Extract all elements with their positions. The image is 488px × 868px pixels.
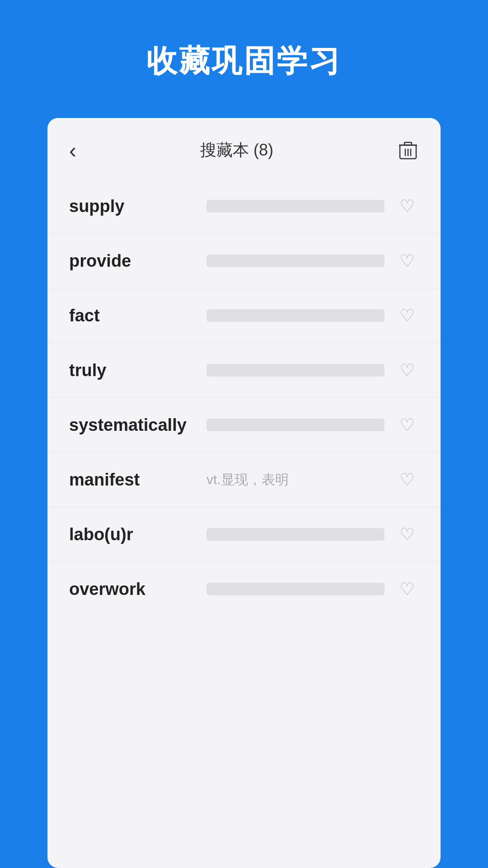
favorite-button[interactable]: ♡ xyxy=(395,413,419,437)
card-header: ‹ 搜藏本 (8) xyxy=(47,118,441,179)
word-definition-bar xyxy=(206,309,385,322)
word-text: fact xyxy=(69,306,196,326)
page-title: 收藏巩固学习 xyxy=(146,41,342,82)
list-item[interactable]: supply ♡ xyxy=(47,179,441,234)
favorite-button[interactable]: ♡ xyxy=(395,468,419,491)
heart-icon: ♡ xyxy=(399,579,415,599)
heart-icon: ♡ xyxy=(399,415,415,435)
word-text: overwork xyxy=(69,580,196,599)
list-item[interactable]: truly ♡ xyxy=(47,343,441,398)
word-definition-bar xyxy=(206,583,385,595)
list-item[interactable]: provide ♡ xyxy=(47,234,441,288)
word-text: systematically xyxy=(69,415,196,435)
word-definition-text: vt.显现，表明 xyxy=(206,471,385,489)
word-text: supply xyxy=(69,197,196,216)
word-definition-bar xyxy=(206,528,385,541)
trash-icon xyxy=(399,141,417,160)
word-definition-bar xyxy=(206,200,385,212)
list-item[interactable]: systematically ♡ xyxy=(47,398,441,453)
word-text: provide xyxy=(69,251,196,271)
list-item[interactable]: fact ♡ xyxy=(47,288,441,343)
word-text: truly xyxy=(69,361,196,380)
list-item[interactable]: manifest vt.显现，表明 ♡ xyxy=(47,453,441,507)
word-list: supply ♡ provide ♡ fact ♡ truly ♡ xyxy=(47,179,441,616)
heart-icon: ♡ xyxy=(399,470,415,490)
favorite-button[interactable]: ♡ xyxy=(395,194,419,218)
heart-icon: ♡ xyxy=(399,196,415,216)
word-definition-bar xyxy=(206,364,385,377)
word-text: manifest xyxy=(69,470,196,490)
word-definition-bar xyxy=(206,255,385,267)
favorite-button[interactable]: ♡ xyxy=(395,523,419,546)
card-title: 搜藏本 (8) xyxy=(200,139,273,161)
back-button[interactable]: ‹ xyxy=(69,138,76,163)
favorite-button[interactable]: ♡ xyxy=(395,249,419,273)
favorite-button[interactable]: ♡ xyxy=(395,304,419,327)
heart-icon: ♡ xyxy=(399,360,415,380)
heart-icon: ♡ xyxy=(399,251,415,271)
page-header: 收藏巩固学习 xyxy=(0,0,488,118)
list-item[interactable]: labo(u)r ♡ xyxy=(47,507,441,562)
delete-button[interactable] xyxy=(397,140,419,161)
favorite-button[interactable]: ♡ xyxy=(395,359,419,382)
heart-icon: ♡ xyxy=(399,306,415,326)
word-text: labo(u)r xyxy=(69,525,196,544)
main-card: ‹ 搜藏本 (8) supply ♡ provide ♡ xyxy=(47,118,441,868)
list-item[interactable]: overwork ♡ xyxy=(47,562,441,616)
heart-icon: ♡ xyxy=(399,524,415,544)
word-definition-bar xyxy=(206,419,385,431)
favorite-button[interactable]: ♡ xyxy=(395,577,419,601)
